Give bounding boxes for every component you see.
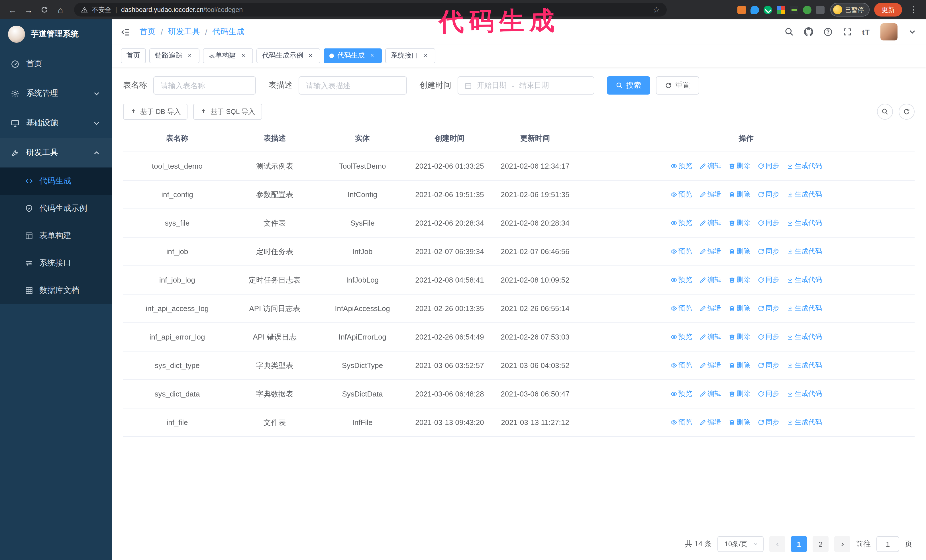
preview-link[interactable]: 预览 xyxy=(670,218,692,228)
generate-code-link[interactable]: 生成代码 xyxy=(787,190,822,199)
sidebar-subitem-codegen-example[interactable]: 代码生成示例 xyxy=(0,195,112,222)
table-desc-input[interactable] xyxy=(299,76,407,95)
generate-code-link[interactable]: 生成代码 xyxy=(787,275,822,285)
search-icon[interactable] xyxy=(784,27,793,36)
close-tab-icon[interactable]: × xyxy=(186,51,194,60)
sync-link[interactable]: 同步 xyxy=(758,218,779,228)
generate-code-link[interactable]: 生成代码 xyxy=(787,303,822,313)
import-sql-button[interactable]: 基于 SQL 导入 xyxy=(194,104,262,120)
prev-page-button[interactable] xyxy=(769,536,785,552)
sync-link[interactable]: 同步 xyxy=(758,418,779,427)
sync-link[interactable]: 同步 xyxy=(758,161,779,171)
extension-icon[interactable] xyxy=(790,5,798,14)
github-icon[interactable] xyxy=(804,27,813,36)
generate-code-link[interactable]: 生成代码 xyxy=(787,361,822,370)
close-tab-icon[interactable]: × xyxy=(239,51,247,60)
edit-link[interactable]: 编辑 xyxy=(699,218,721,228)
home-icon[interactable]: ⌂ xyxy=(54,3,67,17)
preview-link[interactable]: 预览 xyxy=(670,389,692,399)
generate-code-link[interactable]: 生成代码 xyxy=(787,161,822,171)
edit-link[interactable]: 编辑 xyxy=(699,361,721,370)
breadcrumb-item[interactable]: 研发工具 xyxy=(168,27,200,37)
tab-codegen[interactable]: 代码生成× xyxy=(324,48,382,63)
edit-link[interactable]: 编辑 xyxy=(699,161,721,171)
fullscreen-icon[interactable] xyxy=(843,27,852,36)
edit-link[interactable]: 编辑 xyxy=(699,303,721,313)
sidebar-subitem-form-builder[interactable]: 表单构建 xyxy=(0,222,112,249)
sync-link[interactable]: 同步 xyxy=(758,361,779,370)
breadcrumb-item[interactable]: 首页 xyxy=(139,27,156,37)
delete-link[interactable]: 删除 xyxy=(729,247,750,257)
preview-link[interactable]: 预览 xyxy=(670,190,692,199)
sync-link[interactable]: 同步 xyxy=(758,190,779,199)
delete-link[interactable]: 删除 xyxy=(729,418,750,427)
forward-icon[interactable]: → xyxy=(22,3,35,17)
reload-icon[interactable] xyxy=(38,3,51,17)
delete-link[interactable]: 删除 xyxy=(729,303,750,313)
delete-link[interactable]: 删除 xyxy=(729,218,750,228)
close-tab-icon[interactable]: × xyxy=(368,51,376,60)
preview-link[interactable]: 预览 xyxy=(670,361,692,370)
profile-sync-paused-chip[interactable]: 已暂停 xyxy=(830,3,870,17)
close-tab-icon[interactable]: × xyxy=(422,51,430,60)
edit-link[interactable]: 编辑 xyxy=(699,275,721,285)
generate-code-link[interactable]: 生成代码 xyxy=(787,218,822,228)
tab-tracer[interactable]: 链路追踪× xyxy=(149,48,200,63)
help-icon[interactable] xyxy=(823,27,832,36)
sidebar-item-dev-tools[interactable]: 研发工具 xyxy=(0,138,112,168)
user-avatar[interactable] xyxy=(881,23,897,41)
next-page-button[interactable] xyxy=(834,536,850,552)
extension-icon[interactable] xyxy=(803,5,811,14)
preview-link[interactable]: 预览 xyxy=(670,247,692,257)
delete-link[interactable]: 删除 xyxy=(729,332,750,342)
extension-icon[interactable] xyxy=(737,5,746,14)
tab-codegen-example[interactable]: 代码生成示例× xyxy=(256,48,320,63)
sync-link[interactable]: 同步 xyxy=(758,332,779,342)
goto-page-input[interactable] xyxy=(876,536,899,552)
generate-code-link[interactable]: 生成代码 xyxy=(787,247,822,257)
preview-link[interactable]: 预览 xyxy=(670,275,692,285)
extension-icon[interactable] xyxy=(764,5,772,14)
tab-form-builder[interactable]: 表单构建× xyxy=(203,48,253,63)
tab-system-api[interactable]: 系统接口× xyxy=(385,48,435,63)
edit-link[interactable]: 编辑 xyxy=(699,389,721,399)
close-tab-icon[interactable]: × xyxy=(307,51,315,60)
toggle-search-button[interactable] xyxy=(877,104,893,120)
preview-link[interactable]: 预览 xyxy=(670,418,692,427)
generate-code-link[interactable]: 生成代码 xyxy=(787,418,822,427)
browser-menu-icon[interactable]: ⋮ xyxy=(906,3,920,17)
back-icon[interactable]: ← xyxy=(6,3,20,17)
sidebar-subitem-system-api[interactable]: 系统接口 xyxy=(0,249,112,277)
reset-button[interactable]: 重置 xyxy=(656,76,699,95)
sync-link[interactable]: 同步 xyxy=(758,303,779,313)
refresh-table-button[interactable] xyxy=(899,104,915,120)
address-bar[interactable]: 不安全 | dashboard.yudao.iocoder.cn/tool/co… xyxy=(74,3,667,17)
page-size-select[interactable]: 10条/页 xyxy=(718,536,764,552)
bookmark-star-icon[interactable]: ☆ xyxy=(653,5,660,14)
table-name-input[interactable] xyxy=(153,76,256,95)
sidebar-subitem-codegen[interactable]: 代码生成 xyxy=(0,168,112,195)
generate-code-link[interactable]: 生成代码 xyxy=(787,389,822,399)
tab-home[interactable]: 首页 xyxy=(121,48,146,63)
edit-link[interactable]: 编辑 xyxy=(699,190,721,199)
sidebar-item-system-management[interactable]: 系统管理 xyxy=(0,78,112,108)
import-db-button[interactable]: 基于 DB 导入 xyxy=(123,104,188,120)
preview-link[interactable]: 预览 xyxy=(670,332,692,342)
date-range-picker[interactable]: 开始日期 - 结束日期 xyxy=(458,76,595,95)
preview-link[interactable]: 预览 xyxy=(670,161,692,171)
font-size-icon[interactable]: tT xyxy=(862,28,870,36)
page-1-button[interactable]: 1 xyxy=(791,536,807,552)
generate-code-link[interactable]: 生成代码 xyxy=(787,332,822,342)
preview-link[interactable]: 预览 xyxy=(670,303,692,313)
delete-link[interactable]: 删除 xyxy=(729,161,750,171)
avatar-caret-icon[interactable] xyxy=(908,27,917,36)
page-2-button[interactable]: 2 xyxy=(813,536,829,552)
sync-link[interactable]: 同步 xyxy=(758,275,779,285)
delete-link[interactable]: 删除 xyxy=(729,389,750,399)
sync-link[interactable]: 同步 xyxy=(758,389,779,399)
search-button[interactable]: 搜索 xyxy=(607,76,650,95)
delete-link[interactable]: 删除 xyxy=(729,361,750,370)
extension-icon[interactable] xyxy=(816,5,825,14)
chrome-update-button[interactable]: 更新 xyxy=(874,3,902,17)
app-logo[interactable]: 芋道管理系统 xyxy=(0,20,112,49)
